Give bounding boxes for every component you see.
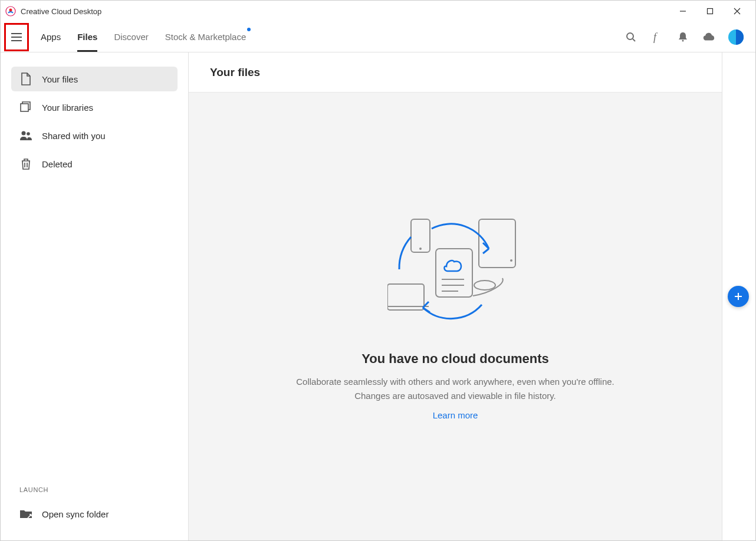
notification-dot-icon — [247, 28, 251, 31]
svg-rect-2 — [708, 9, 713, 14]
file-icon — [19, 72, 32, 85]
libraries-icon — [19, 101, 32, 114]
tab-stock-marketplace[interactable]: Stock & Marketplace — [157, 22, 255, 52]
launch-section-label: LAUNCH — [11, 486, 178, 502]
sidebar-item-deleted[interactable]: Deleted — [11, 151, 178, 176]
hamburger-menu-icon[interactable] — [11, 33, 22, 41]
minimize-button[interactable] — [669, 1, 696, 22]
svg-rect-9 — [411, 219, 430, 252]
close-button[interactable] — [724, 1, 751, 22]
cloud-sync-icon[interactable] — [702, 31, 715, 44]
sidebar-item-label: Your libraries — [42, 103, 93, 113]
learn-more-link[interactable]: Learn more — [433, 410, 478, 420]
sidebar-item-label: Shared with you — [42, 131, 106, 141]
maximize-button[interactable] — [696, 1, 724, 22]
sidebar: Your files Your libraries Shared with yo… — [1, 52, 188, 540]
plus-icon — [734, 292, 743, 301]
tab-apps[interactable]: Apps — [32, 22, 69, 52]
sidebar-item-your-files[interactable]: Your files — [11, 67, 178, 91]
main-panel: Your files — [188, 52, 722, 540]
svg-point-18 — [474, 281, 495, 290]
svg-point-7 — [22, 131, 26, 136]
svg-point-10 — [419, 248, 422, 250]
sidebar-item-label: Deleted — [42, 159, 73, 169]
svg-point-3 — [627, 33, 633, 39]
svg-rect-14 — [436, 249, 472, 297]
top-nav: Apps Files Discover Stock & Marketplace … — [1, 22, 755, 52]
sync-folder-icon — [19, 507, 32, 520]
svg-text:f: f — [653, 31, 658, 43]
svg-point-5 — [682, 39, 684, 41]
open-sync-folder[interactable]: Open sync folder — [11, 502, 178, 526]
main-header: Your files — [189, 52, 722, 93]
svg-point-8 — [27, 132, 30, 136]
tab-discover[interactable]: Discover — [106, 22, 156, 52]
svg-point-12 — [510, 259, 512, 262]
page-title: Your files — [210, 66, 260, 79]
notifications-bell-icon[interactable] — [676, 31, 689, 44]
sidebar-item-shared[interactable]: Shared with you — [11, 123, 178, 148]
sidebar-item-your-libraries[interactable]: Your libraries — [11, 95, 178, 120]
user-avatar[interactable] — [728, 29, 744, 45]
empty-description: Collaborate seamlessly with others and w… — [290, 375, 620, 403]
svg-rect-6 — [21, 104, 28, 111]
trash-icon — [19, 157, 32, 170]
search-icon[interactable] — [624, 31, 637, 44]
sidebar-item-label: Open sync folder — [42, 509, 109, 519]
sidebar-item-label: Your files — [42, 74, 78, 84]
fonts-icon[interactable]: f — [650, 31, 663, 44]
empty-illustration-icon — [387, 213, 523, 334]
empty-state: You have no cloud documents Collaborate … — [189, 93, 722, 540]
app-logo-icon — [5, 6, 16, 17]
window-title: Creative Cloud Desktop — [21, 7, 101, 16]
add-fab-button[interactable] — [728, 286, 749, 307]
titlebar: Creative Cloud Desktop — [1, 1, 755, 22]
content-area: Your files Your libraries Shared with yo… — [1, 52, 755, 540]
tab-files[interactable]: Files — [69, 22, 106, 52]
empty-heading: You have no cloud documents — [361, 351, 548, 367]
menu-highlight — [4, 23, 29, 51]
svg-point-1 — [9, 9, 12, 12]
shared-icon — [19, 129, 32, 142]
